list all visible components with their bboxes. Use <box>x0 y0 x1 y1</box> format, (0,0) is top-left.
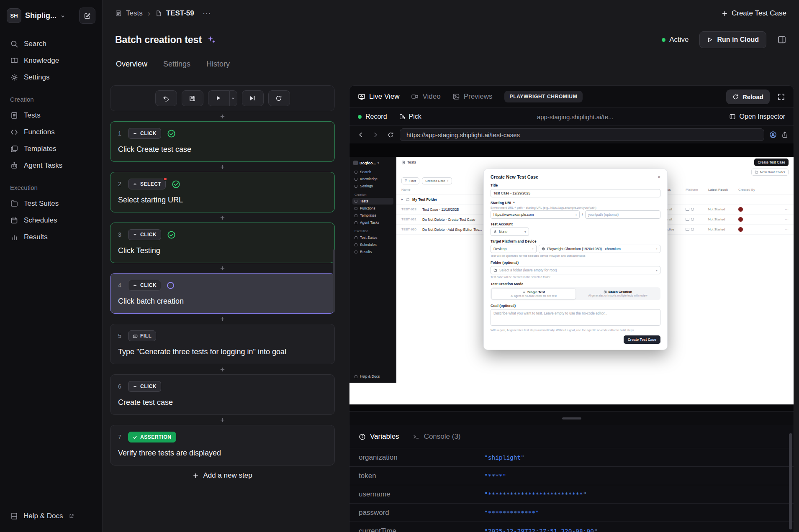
insert-step-button[interactable] <box>110 263 335 273</box>
page-workspace[interactable]: Dogfoo...▾ <box>353 161 393 165</box>
test-account-select[interactable]: None▾ <box>491 228 529 236</box>
insert-step-button[interactable] <box>110 111 335 121</box>
insert-step-button[interactable] <box>110 364 335 374</box>
reload-button[interactable]: Reload <box>726 90 770 104</box>
insert-step-button[interactable] <box>110 162 335 172</box>
tab-variables[interactable]: Variables <box>359 432 399 441</box>
sidebar-item-templates[interactable]: Templates <box>6 141 96 157</box>
sidebar-item-knowledge[interactable]: Knowledge <box>6 52 96 69</box>
row-actions-icon[interactable]: ⋯ <box>785 228 789 232</box>
step-card-1[interactable]: 1 CLICK Click Create test case <box>110 121 335 162</box>
sidebar-item-agent-tasks[interactable]: Agent Tasks <box>6 157 96 174</box>
forward-icon[interactable] <box>370 129 381 141</box>
close-icon[interactable]: × <box>658 174 660 179</box>
page-sidebar-test-suites[interactable]: Test Suites <box>352 234 393 241</box>
page-sidebar-settings[interactable]: Settings <box>352 183 393 189</box>
sidebar-item-schedules[interactable]: Schedules <box>6 212 96 229</box>
steps-scrollbar[interactable] <box>333 249 335 312</box>
play-steps-button[interactable] <box>208 90 230 106</box>
console-scrollbar[interactable] <box>789 433 792 529</box>
step-card-6[interactable]: 6 CLICK Create test case <box>110 374 335 415</box>
more-options-icon[interactable]: ⋯ <box>203 8 212 18</box>
step-card-7[interactable]: 7 ASSERTION Verify three tests are displ… <box>110 425 335 466</box>
title-input[interactable] <box>491 189 660 197</box>
step-number: 6 <box>118 383 122 390</box>
undo-button[interactable] <box>155 90 177 106</box>
row-actions-icon[interactable]: ⋯ <box>785 217 789 222</box>
tab-overview[interactable]: Overview <box>116 60 147 69</box>
resize-handle[interactable] <box>562 417 581 419</box>
refresh-page-icon[interactable] <box>385 129 396 141</box>
page-sidebar-schedules[interactable]: Schedules <box>352 241 393 248</box>
environment-url-select[interactable]: https://www.example.com↕ <box>491 210 580 219</box>
insert-step-button[interactable] <box>110 415 335 425</box>
sidebar-item-help-docs[interactable]: Help & Docs <box>6 508 96 524</box>
back-icon[interactable] <box>355 129 366 141</box>
step-card-4[interactable]: 4 CLICK Click batch creation <box>110 273 335 314</box>
play-options-dropdown[interactable] <box>230 90 237 106</box>
sidebar-item-settings[interactable]: Settings <box>6 69 96 86</box>
insert-step-button[interactable] <box>110 212 335 223</box>
save-button[interactable] <box>182 90 203 106</box>
tab-previews[interactable]: Previews <box>452 92 493 101</box>
variable-row: organization "shiplight" <box>349 448 794 466</box>
address-bar-input[interactable] <box>400 128 764 141</box>
sidebar-item-search[interactable]: Search <box>6 36 96 52</box>
compose-button[interactable] <box>79 8 95 24</box>
breadcrumb-root[interactable]: Tests <box>126 9 143 18</box>
breadcrumb-current[interactable]: TEST-59 <box>166 9 194 18</box>
refresh-button[interactable] <box>268 90 290 106</box>
page-help-docs[interactable]: Help & Docs <box>352 373 393 380</box>
run-steps-split-button <box>208 90 237 106</box>
page-sidebar-templates[interactable]: Templates <box>352 212 393 219</box>
page-sidebar-results[interactable]: Results <box>352 248 393 255</box>
modal-create-test-case-button[interactable]: Create Test Case <box>624 335 660 344</box>
workspace-switcher[interactable]: SH Shiplig... <box>7 8 95 24</box>
device-select[interactable]: Playwright Chromium (1920x1080) - chromi… <box>539 245 660 253</box>
run-in-cloud-button[interactable]: Run in Cloud <box>699 31 766 48</box>
single-test-option[interactable]: Single Test AI agent or no-code editor f… <box>491 288 576 299</box>
chevron-down-icon <box>60 14 65 19</box>
page-sidebar-functions[interactable]: Functions <box>352 205 393 212</box>
step-card-2[interactable]: 2 SELECT Select starting URL <box>110 172 335 212</box>
variable-row: currentTime "2025-12-29T22:27:51.320-08:… <box>349 522 794 532</box>
page-sidebar-agent-tasks[interactable]: Agent Tasks <box>352 219 393 226</box>
path-input[interactable] <box>585 210 660 219</box>
tab-history[interactable]: History <box>206 60 230 69</box>
sidebar-item-tests[interactable]: Tests <box>6 107 96 124</box>
sidebar-item-test-suites[interactable]: Test Suites <box>6 195 96 212</box>
row-actions-icon[interactable]: ⋯ <box>785 207 789 212</box>
add-new-step-button[interactable]: Add a new step <box>110 466 335 484</box>
open-inspector-button[interactable]: Open Inspector <box>729 113 785 120</box>
tab-live-view[interactable]: Live View <box>358 92 399 101</box>
sidebar-item-results[interactable]: Results <box>6 229 96 246</box>
page-create-test-case-button[interactable]: Create Test Case <box>754 159 789 166</box>
profile-icon[interactable] <box>769 131 777 138</box>
steps-toolbar <box>110 85 335 111</box>
tab-console[interactable]: Console (3) <box>413 432 461 441</box>
sort-created-date-button[interactable]: Created Date↕ <box>422 177 452 184</box>
pick-button[interactable]: Pick <box>399 113 421 120</box>
modal-title: Create New Test Case <box>491 174 538 179</box>
folder-select[interactable]: Select a folder (leave empty for root)▾ <box>491 266 660 274</box>
record-button[interactable]: Record <box>358 113 387 120</box>
page-sidebar-knowledge[interactable]: Knowledge <box>352 176 393 182</box>
batch-creation-option[interactable]: Batch Creation AI generates or imports m… <box>576 288 660 299</box>
page-sidebar-tests[interactable]: Tests <box>352 198 393 205</box>
share-icon[interactable] <box>781 131 789 138</box>
create-test-case-button[interactable]: Create Test Case <box>722 9 786 18</box>
new-root-folder-button[interactable]: New Root Folder <box>751 169 789 176</box>
platform-select[interactable]: Desktop↕ <box>491 245 537 253</box>
tab-video[interactable]: Video <box>411 92 440 101</box>
filter-button[interactable]: ▽Filter <box>401 177 419 184</box>
goal-textarea[interactable] <box>491 309 660 326</box>
panel-toggle-icon[interactable] <box>777 35 786 44</box>
step-card-5[interactable]: 5 FILL Type "Generate three tests for lo… <box>110 324 335 364</box>
skip-to-end-button[interactable] <box>242 90 264 106</box>
sidebar-item-functions[interactable]: Functions <box>6 124 96 141</box>
tab-settings[interactable]: Settings <box>163 60 190 69</box>
step-card-3[interactable]: 3 CLICK Click Testing <box>110 223 335 263</box>
fullscreen-icon[interactable] <box>777 93 785 101</box>
insert-step-button[interactable] <box>110 314 335 324</box>
page-sidebar-search[interactable]: Search <box>352 169 393 175</box>
